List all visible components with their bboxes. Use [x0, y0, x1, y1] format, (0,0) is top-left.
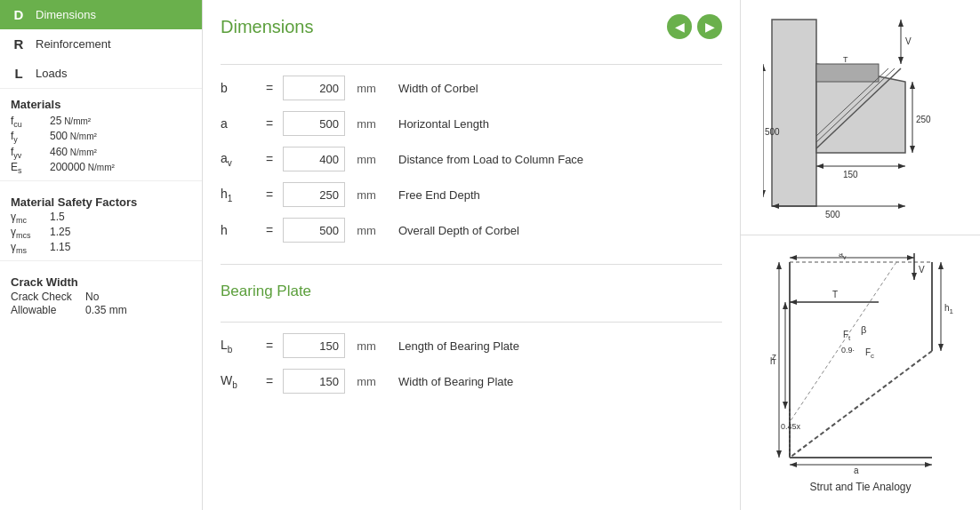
dimension-row: h1 = mm Free End Depth	[221, 182, 722, 207]
material-row: fyv 460 N/mm²	[11, 146, 191, 160]
dim-description: Distance from Load to Column Face	[398, 153, 583, 166]
prop-value: 1.15	[50, 241, 70, 253]
sidebar-letter: L	[11, 66, 27, 81]
prop-label: fcu	[11, 115, 46, 129]
dim-input[interactable]	[283, 76, 345, 100]
dim-label: a	[221, 116, 256, 131]
svg-marker-44	[790, 255, 797, 260]
svg-marker-20	[816, 163, 823, 169]
dim-unit: mm	[349, 375, 384, 388]
next-button[interactable]: ▶	[697, 14, 722, 39]
svg-text:V: V	[919, 265, 925, 275]
svg-marker-37	[790, 299, 797, 305]
bearing-rows: Lb = mm Length of Bearing Plate Wb = mm …	[221, 333, 722, 404]
dim-unit: mm	[349, 117, 384, 131]
dim-label: av	[221, 151, 256, 168]
sidebar-item-dimensions[interactable]: D Dimensions	[0, 0, 202, 29]
sidebar-item-reinforcement[interactable]: R Reinforcement	[0, 29, 202, 59]
crack-title: Crack Width	[11, 275, 191, 289]
strut-svg: V T Ft β Fc 0.9· av h	[754, 253, 968, 475]
dim-label: h	[221, 223, 256, 237]
svg-marker-59	[938, 344, 944, 351]
svg-line-31	[790, 351, 932, 458]
svg-text:z: z	[772, 352, 776, 362]
dim-input[interactable]	[283, 182, 345, 207]
prop-label: Es	[11, 161, 46, 175]
materials-title: Materials	[11, 98, 191, 111]
dim-description: Free End Depth	[398, 188, 480, 202]
crack-label: Allowable	[11, 304, 82, 316]
svg-marker-52	[783, 302, 788, 309]
prev-button[interactable]: ◀	[667, 14, 692, 39]
divider-3	[221, 322, 722, 323]
prop-unit: N/mm²	[68, 147, 97, 157]
svg-text:β: β	[861, 324, 866, 335]
dimension-row: a = mm Horizontal Length	[221, 111, 722, 136]
dim-equals: =	[256, 81, 283, 95]
prop-value: 460	[50, 146, 68, 158]
prop-label: γms	[11, 241, 46, 255]
dim-equals: =	[256, 223, 283, 237]
svg-text:T: T	[832, 290, 838, 299]
svg-marker-21	[898, 163, 905, 169]
sidebar-label: Loads	[36, 67, 67, 80]
dim-equals: =	[256, 116, 283, 131]
dim-description: Overall Depth of Corbel	[398, 224, 519, 237]
svg-text:h1: h1	[944, 303, 954, 315]
dim-label: Wb	[221, 373, 256, 390]
svg-text:0.9·: 0.9·	[841, 346, 855, 355]
divider-2	[221, 264, 722, 265]
dim-unit: mm	[349, 82, 384, 95]
corbel-diagram: V T 250 500 150 500	[741, 0, 980, 235]
prop-label: γmcs	[11, 226, 46, 240]
sidebar-letter: R	[11, 36, 27, 52]
prop-unit: N/mm²	[68, 131, 97, 141]
dim-label: h1	[221, 187, 256, 203]
svg-marker-34	[912, 273, 917, 280]
svg-marker-45	[907, 255, 914, 260]
dim-input[interactable]	[283, 369, 345, 394]
svg-rect-2	[816, 64, 879, 82]
prop-label: fy	[11, 130, 46, 144]
crack-row: Crack Check No	[11, 291, 191, 303]
dim-input[interactable]	[283, 147, 345, 171]
corbel-svg: V T 250 500 150 500	[763, 11, 959, 224]
strut-caption: Strut and Tie Analogy	[809, 481, 911, 493]
dim-unit: mm	[349, 339, 384, 353]
sidebar-letter: D	[11, 7, 27, 22]
prop-value: 200000	[50, 161, 85, 173]
dim-description: Length of Bearing Plate	[398, 339, 519, 353]
right-panel: V T 250 500 150 500	[740, 0, 980, 510]
svg-marker-48	[776, 262, 782, 269]
crack-section: Crack Width Crack Check No Allowable 0.3…	[0, 260, 202, 321]
material-row: fy 500 N/mm²	[11, 130, 191, 144]
dim-input[interactable]	[283, 218, 345, 243]
prop-value: 25	[50, 115, 61, 127]
sidebar-item-loads[interactable]: L Loads	[0, 59, 202, 88]
sidebar-label: Dimensions	[36, 8, 96, 21]
strut-diagram: V T Ft β Fc 0.9· av h	[741, 235, 980, 510]
svg-text:V: V	[905, 36, 912, 46]
svg-marker-13	[910, 146, 915, 153]
svg-text:a: a	[854, 466, 859, 475]
svg-marker-12	[910, 82, 915, 89]
bearing-row: Lb = mm Length of Bearing Plate	[221, 333, 722, 358]
section-header: Dimensions ◀ ▶	[221, 14, 722, 39]
dim-input[interactable]	[283, 333, 345, 358]
svg-text:500: 500	[765, 127, 780, 137]
material-row: fcu 25 N/mm²	[11, 115, 191, 129]
safety-title: Material Safety Factors	[11, 195, 191, 209]
dim-equals: =	[256, 187, 283, 202]
svg-text:T: T	[843, 55, 848, 64]
dim-description: Horizontal Length	[398, 117, 489, 131]
prop-label: γmc	[11, 211, 46, 225]
dim-unit: mm	[349, 224, 384, 237]
nav-arrows: ◀ ▶	[667, 14, 722, 39]
dim-input[interactable]	[283, 111, 345, 136]
svg-text:500: 500	[825, 210, 840, 219]
crack-value: No	[85, 291, 99, 303]
dimensions-rows: b = mm Width of Corbel a = mm Horizontal…	[221, 76, 722, 253]
sidebar: D Dimensions R Reinforcement L Loads Mat…	[0, 0, 203, 510]
crack-value: 0.35 mm	[85, 304, 127, 316]
svg-marker-49	[776, 450, 782, 458]
